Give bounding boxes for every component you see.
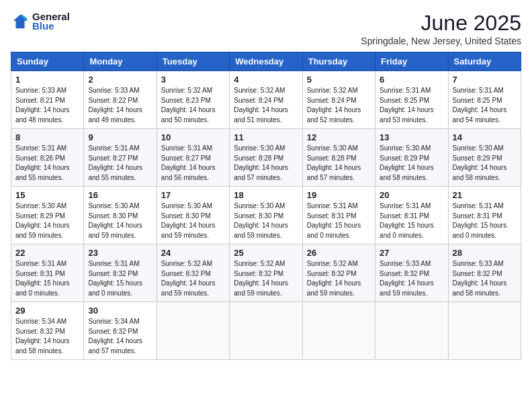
calendar-week-row: 15Sunrise: 5:30 AM Sunset: 8:29 PM Dayli… <box>11 187 521 244</box>
calendar-cell: 13Sunrise: 5:30 AM Sunset: 8:29 PM Dayli… <box>375 129 448 187</box>
day-number: 14 <box>453 132 517 142</box>
day-number: 28 <box>453 248 517 258</box>
day-info: Sunrise: 5:33 AM Sunset: 8:21 PM Dayligh… <box>15 86 79 125</box>
calendar-cell <box>157 302 229 360</box>
day-number: 4 <box>234 75 298 85</box>
calendar-cell <box>375 302 448 360</box>
calendar-cell <box>302 302 375 360</box>
calendar-week-row: 22Sunrise: 5:31 AM Sunset: 8:31 PM Dayli… <box>11 244 521 302</box>
weekday-header-row: SundayMondayTuesdayWednesdayThursdayFrid… <box>11 52 521 71</box>
day-number: 30 <box>88 306 152 316</box>
day-number: 11 <box>234 132 298 142</box>
calendar-table: SundayMondayTuesdayWednesdayThursdayFrid… <box>11 52 521 360</box>
calendar-cell: 30Sunrise: 5:34 AM Sunset: 8:32 PM Dayli… <box>84 302 157 360</box>
day-info: Sunrise: 5:32 AM Sunset: 8:32 PM Dayligh… <box>234 259 298 298</box>
day-info: Sunrise: 5:30 AM Sunset: 8:29 PM Dayligh… <box>15 201 79 240</box>
weekday-header-friday: Friday <box>375 52 448 71</box>
day-number: 24 <box>161 248 225 258</box>
weekday-header-tuesday: Tuesday <box>157 52 229 71</box>
day-number: 17 <box>161 190 225 200</box>
day-info: Sunrise: 5:33 AM Sunset: 8:32 PM Dayligh… <box>453 259 517 298</box>
day-number: 12 <box>307 132 371 142</box>
calendar-cell: 8Sunrise: 5:31 AM Sunset: 8:26 PM Daylig… <box>11 129 84 187</box>
day-info: Sunrise: 5:32 AM Sunset: 8:24 PM Dayligh… <box>307 86 371 125</box>
day-info: Sunrise: 5:31 AM Sunset: 8:26 PM Dayligh… <box>15 144 79 183</box>
day-number: 21 <box>453 190 517 200</box>
day-info: Sunrise: 5:32 AM Sunset: 8:23 PM Dayligh… <box>161 86 225 125</box>
calendar-week-row: 8Sunrise: 5:31 AM Sunset: 8:26 PM Daylig… <box>11 129 521 187</box>
day-info: Sunrise: 5:31 AM Sunset: 8:25 PM Dayligh… <box>380 86 443 125</box>
day-number: 26 <box>307 248 371 258</box>
day-info: Sunrise: 5:33 AM Sunset: 8:22 PM Dayligh… <box>88 86 152 125</box>
day-number: 5 <box>307 75 371 85</box>
calendar-cell <box>230 302 302 360</box>
day-number: 8 <box>15 132 79 142</box>
day-info: Sunrise: 5:30 AM Sunset: 8:28 PM Dayligh… <box>307 144 371 183</box>
calendar-cell: 27Sunrise: 5:33 AM Sunset: 8:32 PM Dayli… <box>375 244 448 302</box>
calendar-cell: 10Sunrise: 5:31 AM Sunset: 8:27 PM Dayli… <box>157 129 229 187</box>
svg-marker-0 <box>13 14 28 28</box>
day-number: 13 <box>380 132 443 142</box>
logo-text: General Blue <box>32 11 70 32</box>
calendar-cell: 19Sunrise: 5:31 AM Sunset: 8:31 PM Dayli… <box>302 187 375 244</box>
location: Springdale, New Jersey, United States <box>361 36 521 46</box>
title-block: June 2025 Springdale, New Jersey, United… <box>361 11 521 46</box>
day-number: 7 <box>453 75 517 85</box>
day-number: 20 <box>380 190 443 200</box>
day-number: 22 <box>15 248 79 258</box>
calendar-cell: 21Sunrise: 5:31 AM Sunset: 8:31 PM Dayli… <box>448 187 521 244</box>
calendar-cell: 24Sunrise: 5:32 AM Sunset: 8:32 PM Dayli… <box>157 244 229 302</box>
day-info: Sunrise: 5:31 AM Sunset: 8:27 PM Dayligh… <box>88 144 152 183</box>
calendar-cell: 22Sunrise: 5:31 AM Sunset: 8:31 PM Dayli… <box>11 244 84 302</box>
month-title: June 2025 <box>361 11 521 36</box>
day-info: Sunrise: 5:30 AM Sunset: 8:28 PM Dayligh… <box>234 144 298 183</box>
day-number: 29 <box>15 306 79 316</box>
calendar-cell: 1Sunrise: 5:33 AM Sunset: 8:21 PM Daylig… <box>11 71 84 129</box>
logo-icon <box>11 12 30 31</box>
calendar-cell: 25Sunrise: 5:32 AM Sunset: 8:32 PM Dayli… <box>230 244 302 302</box>
weekday-header-monday: Monday <box>84 52 157 71</box>
calendar-cell: 18Sunrise: 5:30 AM Sunset: 8:30 PM Dayli… <box>230 187 302 244</box>
day-number: 6 <box>380 75 443 85</box>
day-info: Sunrise: 5:32 AM Sunset: 8:24 PM Dayligh… <box>234 86 298 125</box>
calendar-cell: 14Sunrise: 5:30 AM Sunset: 8:29 PM Dayli… <box>448 129 521 187</box>
day-info: Sunrise: 5:31 AM Sunset: 8:31 PM Dayligh… <box>307 201 371 240</box>
calendar-cell: 17Sunrise: 5:30 AM Sunset: 8:30 PM Dayli… <box>157 187 229 244</box>
calendar-cell: 5Sunrise: 5:32 AM Sunset: 8:24 PM Daylig… <box>302 71 375 129</box>
day-number: 27 <box>380 248 443 258</box>
day-number: 23 <box>88 248 152 258</box>
day-info: Sunrise: 5:33 AM Sunset: 8:32 PM Dayligh… <box>380 259 443 298</box>
calendar-cell: 20Sunrise: 5:31 AM Sunset: 8:31 PM Dayli… <box>375 187 448 244</box>
day-info: Sunrise: 5:34 AM Sunset: 8:32 PM Dayligh… <box>15 317 79 356</box>
calendar-cell: 23Sunrise: 5:31 AM Sunset: 8:32 PM Dayli… <box>84 244 157 302</box>
day-info: Sunrise: 5:30 AM Sunset: 8:30 PM Dayligh… <box>88 201 152 240</box>
day-info: Sunrise: 5:31 AM Sunset: 8:31 PM Dayligh… <box>15 259 79 298</box>
day-info: Sunrise: 5:30 AM Sunset: 8:30 PM Dayligh… <box>234 201 298 240</box>
day-number: 19 <box>307 190 371 200</box>
day-info: Sunrise: 5:34 AM Sunset: 8:32 PM Dayligh… <box>88 317 152 356</box>
day-number: 15 <box>15 190 79 200</box>
calendar-cell: 3Sunrise: 5:32 AM Sunset: 8:23 PM Daylig… <box>157 71 229 129</box>
weekday-header-thursday: Thursday <box>302 52 375 71</box>
day-info: Sunrise: 5:31 AM Sunset: 8:31 PM Dayligh… <box>380 201 443 240</box>
day-number: 25 <box>234 248 298 258</box>
day-number: 18 <box>234 190 298 200</box>
day-info: Sunrise: 5:32 AM Sunset: 8:32 PM Dayligh… <box>161 259 225 298</box>
day-info: Sunrise: 5:30 AM Sunset: 8:30 PM Dayligh… <box>161 201 225 240</box>
calendar-cell: 7Sunrise: 5:31 AM Sunset: 8:25 PM Daylig… <box>448 71 521 129</box>
day-info: Sunrise: 5:30 AM Sunset: 8:29 PM Dayligh… <box>453 144 517 183</box>
day-number: 10 <box>161 132 225 142</box>
calendar-cell: 11Sunrise: 5:30 AM Sunset: 8:28 PM Dayli… <box>230 129 302 187</box>
calendar-cell: 28Sunrise: 5:33 AM Sunset: 8:32 PM Dayli… <box>448 244 521 302</box>
calendar-cell: 26Sunrise: 5:32 AM Sunset: 8:32 PM Dayli… <box>302 244 375 302</box>
day-info: Sunrise: 5:31 AM Sunset: 8:27 PM Dayligh… <box>161 144 225 183</box>
day-number: 16 <box>88 190 152 200</box>
page-header: General Blue June 2025 Springdale, New J… <box>11 11 521 46</box>
calendar-cell: 12Sunrise: 5:30 AM Sunset: 8:28 PM Dayli… <box>302 129 375 187</box>
day-info: Sunrise: 5:31 AM Sunset: 8:31 PM Dayligh… <box>453 201 517 240</box>
day-info: Sunrise: 5:31 AM Sunset: 8:32 PM Dayligh… <box>88 259 152 298</box>
calendar-cell: 29Sunrise: 5:34 AM Sunset: 8:32 PM Dayli… <box>11 302 84 360</box>
calendar-cell: 15Sunrise: 5:30 AM Sunset: 8:29 PM Dayli… <box>11 187 84 244</box>
weekday-header-sunday: Sunday <box>11 52 84 71</box>
calendar-cell <box>448 302 521 360</box>
